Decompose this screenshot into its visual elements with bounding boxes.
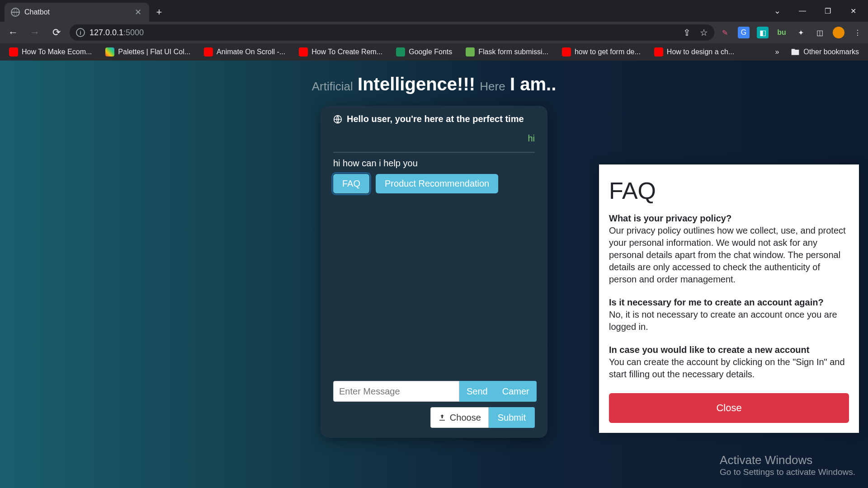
extension-icon[interactable]: ✎ xyxy=(719,27,731,38)
product-recommendation-button[interactable]: Product Recommendation xyxy=(376,174,498,193)
url-host: 127.0.0.1 xyxy=(90,28,123,37)
bookmark-item[interactable]: Google Fonts xyxy=(392,46,457,58)
other-bookmarks-folder[interactable]: Other bookmarks xyxy=(786,46,863,58)
profile-avatar-icon[interactable] xyxy=(833,27,844,38)
title-muted: Here xyxy=(480,80,505,93)
bookmark-item[interactable]: How to design a ch... xyxy=(650,46,739,58)
bookmark-label: Other bookmarks xyxy=(803,48,859,56)
faq-answer: You can create the account by clicking o… xyxy=(609,356,849,380)
message-row-user: hi xyxy=(333,128,535,153)
side-panel-icon[interactable]: ◫ xyxy=(814,27,826,38)
tab-search-icon[interactable]: ⌄ xyxy=(766,2,788,20)
palette-icon xyxy=(105,47,114,56)
bookmark-item[interactable]: How To Create Rem... xyxy=(294,46,387,58)
bookmark-label: How to design a ch... xyxy=(667,48,734,56)
watermark-line2: Go to Settings to activate Windows. xyxy=(720,467,855,477)
extension-icon[interactable]: bu xyxy=(776,27,788,38)
new-tab-button[interactable]: + xyxy=(149,3,169,22)
chat-input-row: Send Camer xyxy=(333,381,535,402)
close-tab-icon[interactable]: ✕ xyxy=(133,7,143,17)
bookmark-label: how to get form de... xyxy=(575,48,641,56)
site-info-icon[interactable]: i xyxy=(76,28,85,37)
extensions-puzzle-icon[interactable]: ✦ xyxy=(795,27,807,38)
google-fonts-icon xyxy=(396,47,405,56)
faq-panel: FAQ What is your privacy policy? Our pri… xyxy=(599,164,859,433)
google-translate-icon[interactable]: G xyxy=(738,27,750,38)
address-bar[interactable]: i 127.0.0.1:5000 ⇪ ☆ xyxy=(70,24,714,41)
flask-icon xyxy=(466,47,475,56)
youtube-icon xyxy=(562,47,571,56)
upload-icon xyxy=(438,413,446,422)
share-icon[interactable]: ⇪ xyxy=(683,27,691,38)
faq-answer: Our privacy policy outlines how we colle… xyxy=(609,225,849,286)
watermark-line1: Activate Windows xyxy=(720,453,855,467)
maximize-icon[interactable]: ❐ xyxy=(816,2,839,20)
window-controls: ⌄ — ❐ ✕ xyxy=(766,0,868,22)
url-path: :5000 xyxy=(123,28,144,37)
title-muted: Artificial xyxy=(312,80,353,93)
youtube-icon xyxy=(9,47,18,56)
user-message: hi xyxy=(333,133,535,144)
bookmarks-bar: How To Make Ecom... Palettes | Flat UI C… xyxy=(0,43,868,61)
minimize-icon[interactable]: — xyxy=(791,2,814,20)
folder-icon xyxy=(791,47,800,56)
faq-question: In case you would like to create a new a… xyxy=(609,345,849,355)
bookmark-item[interactable]: How To Make Ecom... xyxy=(5,46,96,58)
bookmark-label: How To Make Ecom... xyxy=(22,48,92,56)
message-row-bot: hi how can i help you FAQ Product Recomm… xyxy=(333,153,535,202)
globe-icon xyxy=(11,8,20,17)
back-icon[interactable]: ← xyxy=(5,24,22,41)
chatbot-card: Hello user, you're here at the perfect t… xyxy=(321,106,547,438)
page-viewport: Artificial Intelligence!!! Here I am.. H… xyxy=(0,61,868,488)
bot-message: hi how can i help you xyxy=(333,158,535,169)
windows-activation-watermark: Activate Windows Go to Settings to activ… xyxy=(720,453,855,477)
faq-question: What is your privacy policy? xyxy=(609,213,849,224)
bookmark-label: Palettes | Flat UI Col... xyxy=(118,48,190,56)
chat-header: Hello user, you're here at the perfect t… xyxy=(321,114,547,128)
faq-question: Is it necessary for me to create an acco… xyxy=(609,297,849,308)
chrome-toolbar: ← → ⟳ i 127.0.0.1:5000 ⇪ ☆ ✎ G ◧ bu ✦ ◫ … xyxy=(0,22,868,43)
youtube-icon xyxy=(299,47,308,56)
faq-close-button[interactable]: Close xyxy=(609,393,849,423)
faq-title: FAQ xyxy=(609,177,849,204)
bookmark-label: How To Create Rem... xyxy=(311,48,382,56)
forward-icon[interactable]: → xyxy=(26,24,43,41)
page-title: Artificial Intelligence!!! Here I am.. xyxy=(0,61,868,94)
close-window-icon[interactable]: ✕ xyxy=(842,2,864,20)
youtube-icon xyxy=(654,47,663,56)
bookmark-label: Google Fonts xyxy=(409,48,452,56)
choose-file-button[interactable]: Choose xyxy=(430,407,489,428)
chat-upload-row: Choose Submit xyxy=(333,407,535,428)
bookmark-item[interactable]: how to get form de... xyxy=(557,46,645,58)
bookmark-star-icon[interactable]: ☆ xyxy=(700,27,708,38)
submit-button[interactable]: Submit xyxy=(489,407,535,428)
send-button[interactable]: Send xyxy=(459,381,495,402)
bookmark-label: Flask form submissi... xyxy=(478,48,548,56)
tab-title: Chatbot xyxy=(24,8,50,16)
choose-label: Choose xyxy=(450,413,481,423)
reload-icon[interactable]: ⟳ xyxy=(48,24,65,41)
faq-button[interactable]: FAQ xyxy=(333,174,369,193)
bookmark-item[interactable]: Animate On Scroll -... xyxy=(199,46,290,58)
chat-body: hi hi how can i help you FAQ Product Rec… xyxy=(321,128,547,381)
faq-answer: No, it is not necessary to create an acc… xyxy=(609,309,849,333)
bookmark-item[interactable]: Palettes | Flat UI Col... xyxy=(101,46,195,58)
bookmark-label: Animate On Scroll -... xyxy=(217,48,285,56)
youtube-icon xyxy=(204,47,213,56)
globe-icon xyxy=(333,115,342,124)
camera-button[interactable]: Camer xyxy=(495,381,537,402)
extension-icons: ✎ G ◧ bu ✦ ◫ ⋮ xyxy=(719,27,863,38)
title-rest: I am.. xyxy=(510,74,556,94)
message-input[interactable] xyxy=(333,381,459,402)
title-big: Intelligence!!! xyxy=(358,74,475,94)
chrome-tab-strip: Chatbot ✕ + ⌄ — ❐ ✕ xyxy=(0,0,868,22)
bookmark-item[interactable]: Flask form submissi... xyxy=(461,46,553,58)
bookmarks-overflow-icon[interactable]: » xyxy=(775,48,779,56)
chat-header-text: Hello user, you're here at the perfect t… xyxy=(347,114,524,124)
extension-icon[interactable]: ◧ xyxy=(757,27,769,38)
browser-tab[interactable]: Chatbot ✕ xyxy=(5,3,149,22)
kebab-menu-icon[interactable]: ⋮ xyxy=(852,27,863,38)
